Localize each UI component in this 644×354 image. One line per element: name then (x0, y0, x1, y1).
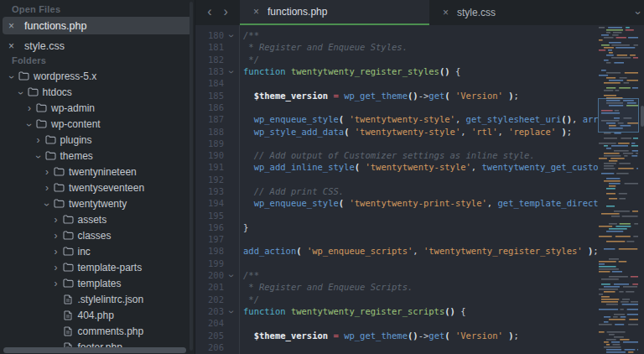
tab-functions-php[interactable]: ×functions.php (240, 0, 429, 25)
tree-item-label: plugins (60, 134, 92, 146)
line-number: 195 (195, 211, 224, 221)
editor-vertical-scrollbar-thumb[interactable] (641, 106, 644, 127)
tree-item-inc[interactable]: ›inc (0, 243, 191, 259)
code-line[interactable]: 185 $theme_version = wp_get_theme()->get… (195, 89, 598, 101)
tree-item--stylelintrc-json[interactable]: ›.stylelintrc.json (0, 291, 191, 307)
fold-chevron-icon[interactable]: › (224, 270, 239, 280)
close-icon[interactable]: × (8, 41, 22, 51)
chevron-down-icon[interactable]: › (7, 73, 17, 81)
code-line[interactable]: 191 wp_add_inline_style( 'twentytwenty-s… (195, 161, 598, 173)
code-line[interactable]: 182 */ (195, 54, 598, 65)
code-line[interactable]: 183›function twentytwenty_register_style… (195, 65, 598, 77)
code-line[interactable]: 186 (195, 102, 598, 113)
code-text: function twentytwenty_register_styles() … (239, 66, 460, 76)
code-line[interactable]: 187 wp_enqueue_style( 'twentytwenty-styl… (195, 113, 598, 125)
tree-item-assets[interactable]: ›assets (0, 211, 191, 227)
tree-item-comments-php[interactable]: ›comments.php (0, 323, 191, 339)
chevron-right-icon[interactable]: › (52, 215, 60, 225)
tree-item-twentynineteen[interactable]: ›twentynineteen (0, 164, 191, 180)
tree-item-htdocs[interactable]: ›htdocs (0, 84, 191, 100)
tree-item-label: wordpress-5.x (34, 70, 96, 82)
tree-item-label: templates (78, 278, 122, 289)
tree-item-404-php[interactable]: ›404.php (0, 307, 191, 323)
chevron-down-icon[interactable]: › (16, 89, 26, 97)
code-line[interactable]: 193 // Add print CSS. (195, 185, 598, 197)
close-icon[interactable]: × (443, 8, 449, 18)
code-line[interactable]: 196} (195, 221, 598, 233)
code-line[interactable]: 184 (195, 77, 598, 89)
tree-item-wp-content[interactable]: ›wp-content (0, 116, 191, 132)
code-text: /** (239, 30, 259, 40)
tree-item-wordpress-5-x[interactable]: ›wordpress-5.x (0, 68, 191, 84)
code-area[interactable]: 180›/**181 * Register and Enqueue Styles… (195, 25, 644, 354)
chevron-right-icon[interactable]: › (52, 231, 60, 241)
line-number: 201 (195, 282, 224, 292)
fold-chevron-icon[interactable]: › (224, 30, 239, 40)
code-line[interactable]: 205 $theme_version = wp_get_theme()->get… (195, 329, 598, 341)
code-line[interactable]: 195 (195, 209, 598, 221)
code-line[interactable]: 206 (195, 341, 598, 353)
close-icon[interactable]: × (8, 21, 22, 31)
sidebar-horizontal-scrollbar-thumb[interactable] (3, 347, 186, 353)
chevron-right-icon[interactable]: › (43, 167, 51, 177)
code-line[interactable]: 192 (195, 174, 598, 185)
chevron-down-icon[interactable]: › (42, 200, 52, 209)
tree-item-plugins[interactable]: ›plugins (0, 132, 191, 148)
folder-icon (63, 215, 74, 224)
sidebar-vertical-scrollbar[interactable] (190, 2, 193, 351)
code-line[interactable]: 199 (195, 258, 598, 269)
chevron-right-icon[interactable]: › (52, 247, 60, 257)
nav-forward-button[interactable]: › (224, 5, 228, 18)
code-line[interactable]: 197 (195, 233, 598, 245)
open-file-item[interactable]: ×functions.php (3, 17, 192, 34)
code-lines[interactable]: 180›/**181 * Register and Enqueue Styles… (195, 25, 598, 354)
tree-item-twentytwenty[interactable]: ›twentytwenty (0, 195, 191, 211)
code-line[interactable]: 181 * Register and Enqueue Styles. (195, 41, 598, 53)
code-line[interactable]: 188 wp_style_add_data( 'twentytwenty-sty… (195, 125, 598, 137)
fold-chevron-icon[interactable]: › (224, 306, 239, 316)
nav-back-button[interactable]: ‹ (207, 5, 211, 18)
chevron-right-icon[interactable]: › (43, 183, 51, 193)
tab-list-dropdown-icon[interactable]: › (631, 11, 644, 14)
chevron-down-icon[interactable]: › (34, 153, 44, 161)
editor-pane: ‹ › ×functions.php×style.css › 180›/**18… (195, 0, 644, 354)
folder-icon (45, 135, 56, 144)
code-line[interactable]: 201 * Register and Enqueue Scripts. (195, 281, 598, 293)
close-icon[interactable]: × (253, 7, 259, 17)
code-text: */ (239, 294, 259, 305)
minimap[interactable] (598, 25, 640, 354)
fold-chevron-icon[interactable]: › (224, 66, 239, 76)
tree-item-themes[interactable]: ›themes (0, 148, 191, 164)
code-line[interactable]: 198add_action( 'wp_enqueue_scripts', 'tw… (195, 245, 598, 257)
minimap-viewport[interactable] (598, 98, 639, 133)
code-line[interactable]: 204 (195, 317, 598, 329)
chevron-right-icon[interactable]: › (52, 263, 60, 273)
code-line[interactable]: 189 (195, 138, 598, 149)
line-number: 199 (195, 258, 224, 268)
code-line[interactable]: 200›/** (195, 269, 598, 281)
chevron-right-icon[interactable]: › (34, 135, 43, 145)
tree-item-classes[interactable]: ›classes (0, 227, 191, 243)
open-files-header: Open Files (12, 4, 60, 14)
tab-style-css[interactable]: ×style.css (429, 0, 545, 25)
tree-item-templates[interactable]: ›templates (0, 275, 191, 291)
chevron-down-icon[interactable]: › (24, 121, 34, 129)
open-file-item[interactable]: ×style.css (3, 37, 192, 55)
tree-item-label: template-parts (78, 262, 143, 273)
code-line[interactable]: 202 */ (195, 294, 598, 305)
chevron-right-icon[interactable]: › (52, 279, 60, 289)
tree-item-template-parts[interactable]: ›template-parts (0, 259, 191, 275)
tree-item-wp-admin[interactable]: ›wp-admin (0, 100, 191, 116)
line-number: 190 (195, 150, 224, 160)
code-line[interactable]: 194 wp_enqueue_style( 'twentytwenty-prin… (195, 197, 598, 209)
tree-item-twentyseventeen[interactable]: ›twentyseventeen (0, 180, 191, 195)
code-text: function twentytwenty_register_scripts()… (239, 306, 466, 316)
tree-item-label: assets (78, 214, 107, 226)
line-number: 184 (195, 78, 224, 88)
code-line[interactable]: 180›/** (195, 29, 598, 41)
sidebar: Open Files ×functions.php×style.css Fold… (0, 0, 195, 354)
code-line[interactable]: 190 // Add output of Customizer settings… (195, 149, 598, 161)
code-line[interactable]: 203›function twentytwenty_register_scrip… (195, 305, 598, 317)
chevron-right-icon[interactable]: › (25, 103, 34, 113)
tree-item-label: classes (78, 230, 112, 242)
